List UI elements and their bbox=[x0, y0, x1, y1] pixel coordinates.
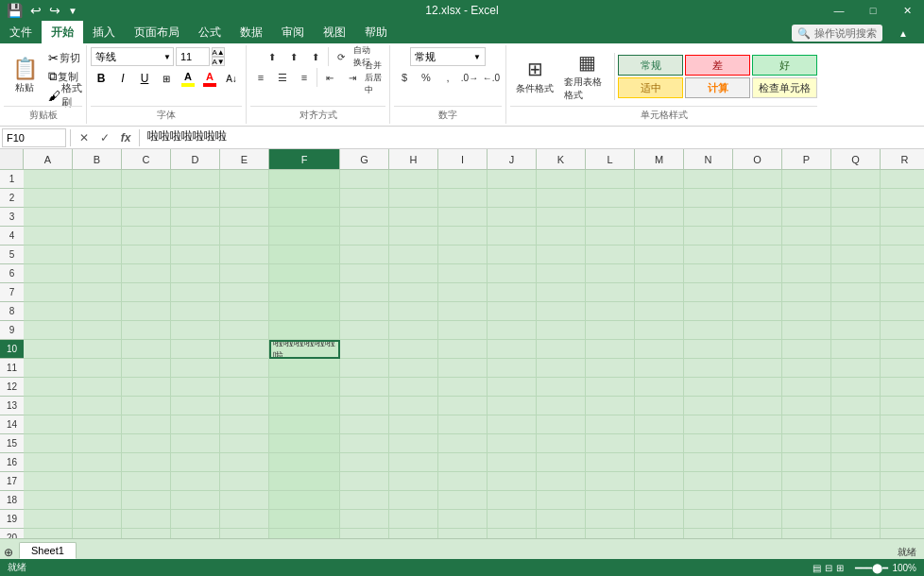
row-header-4[interactable]: 4 bbox=[0, 227, 24, 246]
cell-K9[interactable] bbox=[537, 321, 586, 340]
cell-O4[interactable] bbox=[733, 227, 782, 246]
cell-J7[interactable] bbox=[488, 283, 537, 302]
cell-M14[interactable] bbox=[635, 415, 684, 434]
cell-C12[interactable] bbox=[122, 378, 171, 397]
align-top-left-button[interactable]: ⬆ bbox=[262, 47, 282, 66]
style-check-cell[interactable]: 检查单元格 bbox=[752, 77, 817, 98]
cell-Q7[interactable] bbox=[831, 283, 881, 302]
col-header-J[interactable]: J bbox=[488, 149, 537, 169]
cell-A1[interactable] bbox=[24, 170, 73, 189]
row-header-17[interactable]: 17 bbox=[0, 472, 24, 491]
cell-F11[interactable] bbox=[269, 359, 340, 378]
tab-page-layout[interactable]: 页面布局 bbox=[125, 21, 189, 43]
cell-N14[interactable] bbox=[684, 415, 733, 434]
cell-I19[interactable] bbox=[438, 510, 488, 529]
cell-D4[interactable] bbox=[171, 227, 220, 246]
cell-K16[interactable] bbox=[537, 453, 586, 472]
cell-G4[interactable] bbox=[340, 227, 389, 246]
cell-O20[interactable] bbox=[733, 529, 782, 538]
cell-B14[interactable] bbox=[73, 415, 122, 434]
cell-F18[interactable] bbox=[269, 491, 340, 510]
cell-D18[interactable] bbox=[171, 491, 220, 510]
cell-F5[interactable] bbox=[269, 246, 340, 264]
cell-J4[interactable] bbox=[488, 227, 537, 246]
cell-N5[interactable] bbox=[684, 246, 733, 264]
cell-E20[interactable] bbox=[220, 529, 269, 538]
cell-C5[interactable] bbox=[122, 246, 171, 264]
col-header-B[interactable]: B bbox=[73, 149, 122, 169]
cell-E4[interactable] bbox=[220, 227, 269, 246]
cell-Q15[interactable] bbox=[831, 434, 881, 453]
cell-G19[interactable] bbox=[340, 510, 389, 529]
decimal-decrease-button[interactable]: ←.0 bbox=[481, 68, 502, 87]
row-header-10[interactable]: 10 bbox=[0, 340, 24, 359]
cell-H11[interactable] bbox=[389, 359, 438, 378]
cell-L3[interactable] bbox=[586, 208, 635, 227]
tab-file[interactable]: 文件 bbox=[0, 21, 42, 43]
cell-Q16[interactable] bbox=[831, 453, 881, 472]
cell-P16[interactable] bbox=[782, 453, 831, 472]
cell-L19[interactable] bbox=[586, 510, 635, 529]
cell-I15[interactable] bbox=[438, 434, 488, 453]
indent-decrease-button[interactable]: ⇤ bbox=[319, 68, 340, 87]
cell-R20[interactable] bbox=[881, 529, 924, 538]
cell-R11[interactable] bbox=[881, 359, 924, 378]
cell-O10[interactable] bbox=[733, 340, 782, 359]
cell-I1[interactable] bbox=[438, 170, 488, 189]
cell-D7[interactable] bbox=[171, 283, 220, 302]
cell-J12[interactable] bbox=[488, 378, 537, 397]
cell-J19[interactable] bbox=[488, 510, 537, 529]
cell-N10[interactable] bbox=[684, 340, 733, 359]
align-top-right-button[interactable]: ⬆ bbox=[305, 47, 326, 66]
cell-D10[interactable] bbox=[171, 340, 220, 359]
cell-P15[interactable] bbox=[782, 434, 831, 453]
cell-E11[interactable] bbox=[220, 359, 269, 378]
redo-icon[interactable]: ↪ bbox=[47, 3, 62, 18]
cell-C14[interactable] bbox=[122, 415, 171, 434]
tab-formulas[interactable]: 公式 bbox=[189, 21, 231, 43]
cell-P20[interactable] bbox=[782, 529, 831, 538]
col-header-H[interactable]: H bbox=[389, 149, 438, 169]
cell-P11[interactable] bbox=[782, 359, 831, 378]
cell-C17[interactable] bbox=[122, 472, 171, 491]
bold-button[interactable]: B bbox=[91, 69, 111, 88]
cell-G13[interactable] bbox=[340, 397, 389, 415]
cell-G9[interactable] bbox=[340, 321, 389, 340]
cell-L17[interactable] bbox=[586, 472, 635, 491]
cell-Q10[interactable] bbox=[831, 340, 881, 359]
cell-M6[interactable] bbox=[635, 264, 684, 283]
cell-O15[interactable] bbox=[733, 434, 782, 453]
cell-J11[interactable] bbox=[488, 359, 537, 378]
decimal-increase-button[interactable]: .0→ bbox=[459, 68, 480, 87]
cell-C8[interactable] bbox=[122, 302, 171, 321]
cell-Q9[interactable] bbox=[831, 321, 881, 340]
cell-M9[interactable] bbox=[635, 321, 684, 340]
percent-button[interactable]: % bbox=[416, 68, 436, 87]
cell-N3[interactable] bbox=[684, 208, 733, 227]
cell-D17[interactable] bbox=[171, 472, 220, 491]
cell-P5[interactable] bbox=[782, 246, 831, 264]
cell-N15[interactable] bbox=[684, 434, 733, 453]
row-header-20[interactable]: 20 bbox=[0, 529, 24, 538]
cell-B17[interactable] bbox=[73, 472, 122, 491]
cell-G6[interactable] bbox=[340, 264, 389, 283]
cell-Q20[interactable] bbox=[831, 529, 881, 538]
cell-P13[interactable] bbox=[782, 397, 831, 415]
cell-D5[interactable] bbox=[171, 246, 220, 264]
cell-B12[interactable] bbox=[73, 378, 122, 397]
cell-A20[interactable] bbox=[24, 529, 73, 538]
cell-A14[interactable] bbox=[24, 415, 73, 434]
cell-E8[interactable] bbox=[220, 302, 269, 321]
cell-E15[interactable] bbox=[220, 434, 269, 453]
new-sheet-button[interactable]: ⊕ bbox=[4, 546, 13, 559]
cell-D13[interactable] bbox=[171, 397, 220, 415]
cell-G11[interactable] bbox=[340, 359, 389, 378]
cell-K11[interactable] bbox=[537, 359, 586, 378]
cell-H17[interactable] bbox=[389, 472, 438, 491]
cell-F13[interactable] bbox=[269, 397, 340, 415]
cell-H8[interactable] bbox=[389, 302, 438, 321]
cell-L8[interactable] bbox=[586, 302, 635, 321]
cell-G20[interactable] bbox=[340, 529, 389, 538]
cell-R3[interactable] bbox=[881, 208, 924, 227]
cell-N20[interactable] bbox=[684, 529, 733, 538]
